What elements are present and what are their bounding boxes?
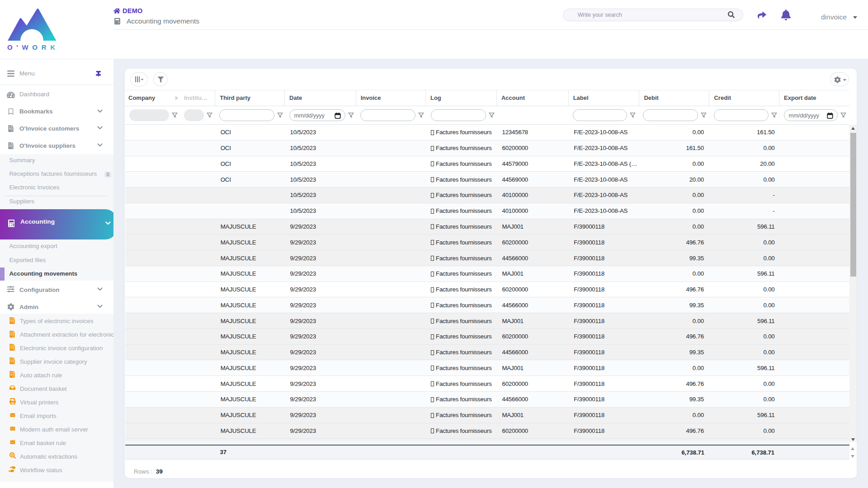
svg-text:O'WORK: O'WORK: [7, 43, 57, 51]
